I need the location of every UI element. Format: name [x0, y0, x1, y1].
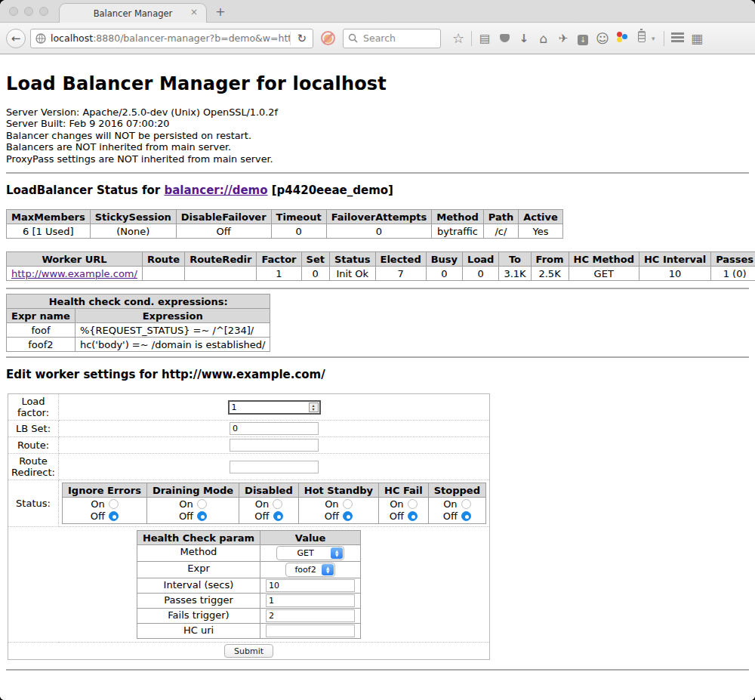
cell-route [142, 267, 184, 281]
param-row: Expr foof2 ▲▼ [137, 562, 360, 578]
expression-row: foof %{REQUEST_STATUS} =~ /^[234]/ [7, 323, 270, 338]
lb-set-input[interactable] [230, 422, 319, 435]
method-select[interactable]: GET ▲▼ [276, 546, 344, 560]
clipboard-icon[interactable]: ▤ [475, 32, 495, 45]
adblock-icon[interactable] [321, 31, 335, 45]
form-row: Route: [8, 437, 490, 454]
column-header: Load [463, 252, 499, 267]
lb-set-label: LB Set: [8, 421, 59, 437]
tab-balancer-manager[interactable]: Balancer Manager × [59, 3, 207, 23]
edit-worker-form: Load factor: ▴▾ LB Set: Route: Route Red… [8, 393, 490, 660]
chat-icon[interactable]: ☺ [593, 31, 612, 46]
ignore-errors-on-radio[interactable] [109, 499, 119, 509]
menu-icon[interactable] [667, 32, 687, 45]
status-column-header: HC Fail [379, 483, 429, 498]
back-button[interactable]: ← [6, 29, 26, 48]
grid-extension-icon[interactable]: ▦ [687, 31, 707, 46]
column-header: From [531, 252, 569, 267]
url-bar[interactable]: localhost:8880/balancer-manager?b=demo&w… [30, 29, 313, 48]
search-input[interactable] [362, 32, 430, 45]
divider [6, 288, 749, 289]
off-label: Off [443, 510, 458, 522]
cell-stickysession: (None) [90, 224, 176, 239]
ignore-errors-off-radio[interactable] [109, 511, 119, 521]
globe-icon [35, 33, 46, 44]
route-redirect-label: Route Redirect: [8, 454, 59, 480]
hot-standby-off-radio[interactable] [343, 511, 353, 521]
load-factor-input[interactable] [230, 402, 309, 412]
close-window-button[interactable] [9, 7, 18, 16]
send-tab-icon[interactable]: ✈ [553, 32, 573, 45]
off-label: Off [91, 510, 105, 522]
cell-disablefailover: Off [176, 224, 271, 239]
hc-fail-off-radio[interactable] [408, 511, 418, 521]
column-header: StickySession [90, 210, 176, 224]
passes-input[interactable] [266, 594, 355, 607]
search-box[interactable] [343, 29, 441, 48]
on-label: On [390, 498, 403, 510]
disabled-on-radio[interactable] [273, 499, 282, 509]
zoom-window-button[interactable] [39, 7, 48, 16]
colors-extension-icon[interactable] [612, 31, 632, 46]
cell-expr-name: foof2 [7, 338, 76, 352]
bookmark-star-icon[interactable]: ☆ [448, 30, 468, 46]
column-header: To [499, 252, 531, 267]
draining-mode-on-radio[interactable] [197, 499, 207, 509]
stopped-on-radio[interactable] [461, 499, 471, 509]
minimize-window-button[interactable] [24, 7, 33, 16]
method-select-value: GET [277, 548, 331, 558]
save-page-icon[interactable]: ↓ [573, 32, 593, 45]
hc-uri-label: HC uri [137, 624, 260, 639]
cell-busy: 0 [426, 267, 462, 281]
route-input[interactable] [230, 439, 319, 452]
divider [6, 356, 749, 358]
disabled-off-radio[interactable] [273, 511, 283, 521]
stopped-off-radio[interactable] [461, 511, 471, 521]
health-params-row: Health Check param Value Method GET ▲▼ [8, 527, 490, 643]
status-table: Ignore Errors Draining Mode Disabled Hot… [62, 483, 486, 524]
draining-mode-off-radio[interactable] [197, 511, 207, 521]
reload-button[interactable]: ↻ [290, 32, 310, 45]
interval-label: Interval (secs) [137, 578, 260, 594]
proxypass-note: ProxyPass settings are NOT inherited fro… [6, 153, 749, 165]
route-redirect-input[interactable] [230, 461, 319, 473]
hc-expressions-table: Health check cond. expressions: Expr nam… [6, 294, 270, 352]
cell-timeout: 0 [271, 224, 326, 239]
submit-button[interactable]: Submit [224, 644, 273, 658]
url-text[interactable]: localhost:8880/balancer-manager?b=demo&w… [51, 32, 290, 44]
separator [471, 31, 472, 46]
battery-extension-icon[interactable] [632, 31, 652, 45]
server-info: Server Version: Apache/2.5.0-dev (Unix) … [6, 106, 749, 165]
load-factor-field[interactable]: ▴▾ [228, 400, 321, 415]
overflow-caret-icon[interactable]: ▾ [652, 35, 661, 42]
new-tab-button[interactable]: + [213, 6, 228, 18]
hot-standby-on-radio[interactable] [343, 499, 353, 509]
hc-uri-input[interactable] [266, 624, 355, 637]
column-header: Busy [426, 252, 462, 267]
divider [6, 669, 749, 671]
cell-elected: 7 [375, 267, 426, 281]
column-header: Worker URL [7, 252, 143, 267]
hc-fail-on-radio[interactable] [408, 499, 418, 509]
expr-select[interactable]: foof2 ▲▼ [285, 563, 335, 577]
cell-passes: 1 (0) [711, 267, 755, 281]
column-header: HC Method [569, 252, 639, 267]
server-built: Server Built: Feb 9 2016 07:00:20 [6, 118, 749, 129]
balancer-demo-link[interactable]: balancer://demo [164, 183, 267, 197]
home-icon[interactable]: ⌂ [534, 31, 553, 46]
passes-label: Passes trigger [137, 594, 260, 609]
pocket-icon[interactable] [495, 32, 514, 45]
worker-url-link[interactable]: http://www.example.com/ [11, 268, 137, 279]
cell-status: Init Ok [329, 267, 375, 281]
balancer-status-heading: LoadBalancer Status for balancer://demo … [6, 183, 749, 197]
column-header: Status [329, 252, 375, 267]
interval-input[interactable] [266, 579, 355, 592]
fails-input[interactable] [266, 609, 355, 622]
column-header: Timeout [271, 210, 326, 224]
edit-worker-heading: Edit worker settings for http://www.exam… [6, 368, 749, 381]
close-tab-icon[interactable]: × [189, 8, 199, 18]
downloads-icon[interactable]: ↓ [514, 32, 534, 45]
expression-row: foof2 hc('body') =~ /domain is establish… [7, 338, 270, 352]
param-row: Passes trigger [137, 594, 360, 609]
number-spinner[interactable]: ▴▾ [309, 402, 319, 412]
